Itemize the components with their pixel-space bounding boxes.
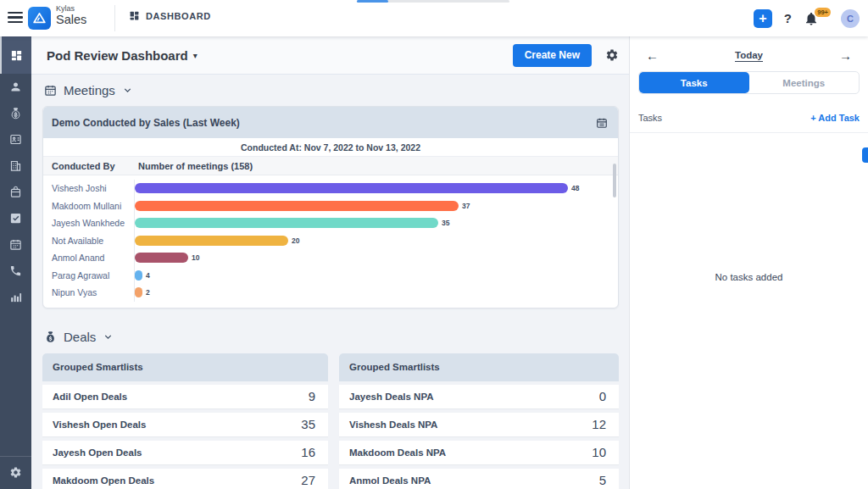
chart-bar-value: 2 [146, 288, 150, 297]
tab-meetings[interactable]: Meetings [749, 72, 860, 93]
date-range-calendar-icon[interactable] [596, 117, 608, 129]
sidebar-item-contacts[interactable] [0, 74, 31, 100]
smartlist-row[interactable]: Jayesh Open Deals16 [42, 441, 328, 465]
top-bar: Kylas Sales DASHBOARD + ? 99+ C [0, 0, 868, 36]
smartlist-header: Grouped Smartlists [339, 353, 619, 381]
smartlist-row-value: 27 [301, 473, 315, 487]
chart-row: Not Available20 [43, 232, 618, 250]
dashboard-settings-gear-icon[interactable] [605, 48, 619, 62]
calendar-icon [44, 84, 57, 97]
notification-badge: 99+ [815, 8, 831, 18]
sidebar-item-calls[interactable] [0, 258, 31, 284]
next-day-arrow-icon[interactable]: → [839, 48, 852, 63]
smartlist-row-label: Vishesh Open Deals [53, 420, 146, 430]
sidebar-bottom [0, 456, 31, 489]
tasks-header-row: Tasks + Add Task [638, 111, 860, 125]
chart-bar [135, 253, 188, 263]
dashboard-header: Pod Review Dashboard ▾ Create New [31, 36, 629, 75]
kylas-logo[interactable] [28, 7, 51, 30]
brand-name: Kylas Sales [56, 4, 86, 27]
logo-triangle-icon [32, 11, 47, 25]
loading-indicator [357, 0, 509, 3]
smartlist-row[interactable]: Vishesh Deals NPA12 [339, 413, 619, 437]
edge-widget-tab[interactable] [862, 147, 868, 163]
brand-bottom: Sales [56, 13, 86, 27]
chart-bar-value: 10 [192, 253, 199, 262]
right-panel: ← Today → Tasks Meetings Tasks + Add Tas… [629, 36, 868, 489]
chart-bar [135, 236, 288, 246]
smartlist-row-value: 5 [599, 473, 606, 487]
chevron-down-icon [122, 85, 133, 96]
deals-section-header[interactable]: Deals [44, 330, 619, 344]
sidebar-item-dashboard[interactable] [0, 36, 31, 74]
sidebar-item-meetings[interactable] [0, 231, 31, 258]
smartlist-row[interactable]: Makdoom Open Deals27 [42, 469, 328, 489]
smartlist-row[interactable]: Anmol Deals NPA5 [339, 469, 619, 489]
smartlist-rows: Adil Open Deals9Vishesh Open Deals35Jaye… [42, 385, 328, 489]
smartlist-row[interactable]: Vishesh Open Deals35 [42, 413, 328, 437]
smartlist-row-value: 12 [592, 417, 606, 431]
smartlist-row[interactable]: Adil Open Deals9 [42, 385, 328, 409]
help-icon[interactable]: ? [784, 11, 792, 25]
chart-row-label: Vishesh Joshi [43, 180, 135, 197]
chart-column-headers: Conducted By Number of meetings (158) [43, 157, 618, 175]
demo-chart-card: Demo Conducted by Sales (Last Week) Cond… [42, 106, 619, 308]
create-new-button[interactable]: Create New [513, 44, 592, 67]
chart-subtitle-row: Conducted At: Nov 7, 2022 to Nov 13, 202… [43, 138, 618, 157]
chart-row-label: Parag Agrawal [43, 267, 135, 285]
sidebar-item-reports[interactable] [0, 284, 31, 310]
chart-bar-value: 4 [146, 271, 150, 280]
money-bag-icon [44, 331, 57, 343]
sidebar-item-leads[interactable] [0, 126, 31, 153]
main-content: Pod Review Dashboard ▾ Create New Meetin… [31, 36, 629, 489]
dashboard-grid-icon [129, 10, 140, 21]
divider [630, 132, 868, 133]
deals-section-label: Deals [64, 330, 96, 344]
smartlist-row-label: Anmol Deals NPA [349, 475, 431, 486]
phone-icon [9, 264, 22, 277]
calendar-icon [9, 238, 22, 251]
title-caret-icon[interactable]: ▾ [193, 51, 198, 60]
smartlist-row[interactable]: Jayesh Deals NPA0 [339, 385, 619, 409]
chart-row: Anmol Anand10 [43, 249, 618, 267]
chart-bar [135, 218, 438, 228]
meetings-section-header[interactable]: Meetings [44, 83, 619, 97]
smartlist-row-value: 10 [592, 445, 606, 459]
notifications-button[interactable]: 99+ [804, 8, 829, 29]
smartlist-deals-npa: Grouped Smartlists Jayesh Deals NPA0Vish… [339, 353, 619, 489]
smartlist-row[interactable]: Makdoom Deals NPA10 [339, 441, 619, 465]
quick-add-button[interactable]: + [754, 9, 772, 28]
chart-row: Vishesh Joshi48 [43, 180, 618, 197]
add-task-button[interactable]: + Add Task [810, 113, 860, 123]
smartlist-row-label: Jayesh Open Deals [53, 447, 142, 458]
chart-row-label: Anmol Anand [43, 249, 135, 267]
chart-row: Nipun Vyas2 [43, 284, 618, 302]
smartlist-row-label: Vishesh Deals NPA [349, 420, 437, 430]
smartlist-row-label: Makdoom Open Deals [53, 475, 154, 486]
tasks-label: Tasks [638, 113, 662, 123]
chart-bar [135, 201, 459, 211]
smartlist-row-value: 16 [301, 445, 315, 459]
left-sidebar [0, 36, 31, 489]
today-link[interactable]: Today [659, 50, 839, 60]
tab-tasks[interactable]: Tasks [639, 72, 749, 93]
column-conducted-by: Conducted By [43, 161, 135, 171]
chart-scrollbar-thumb[interactable] [613, 164, 616, 197]
contact-card-icon [9, 133, 22, 146]
sidebar-item-companies[interactable] [0, 153, 31, 179]
chart-row-label: Not Available [43, 232, 135, 250]
sidebar-item-tasks[interactable] [0, 205, 31, 231]
nav-dashboard[interactable]: DASHBOARD [129, 10, 211, 21]
sidebar-item-deals[interactable] [0, 100, 31, 126]
sidebar-item-settings[interactable] [0, 462, 31, 482]
smartlist-row-value: 35 [301, 417, 315, 431]
page-title[interactable]: Pod Review Dashboard [47, 48, 188, 63]
chart-bar [135, 270, 142, 281]
previous-day-arrow-icon[interactable]: ← [646, 48, 659, 63]
chart-title: Demo Conducted by Sales (Last Week) [52, 117, 240, 129]
person-icon [9, 81, 22, 93]
smartlist-row-label: Adil Open Deals [53, 392, 127, 402]
avatar[interactable]: C [841, 9, 860, 28]
hamburger-menu-icon[interactable] [8, 12, 23, 24]
sidebar-item-products[interactable] [0, 179, 31, 205]
